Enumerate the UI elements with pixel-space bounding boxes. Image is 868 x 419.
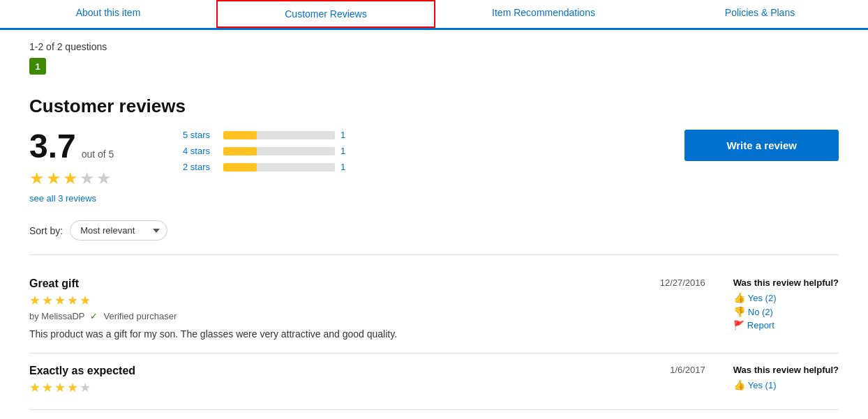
yes-label-2: Yes (1) bbox=[748, 380, 777, 390]
r2-star-1: ★ bbox=[29, 380, 40, 395]
helpful-no-1[interactable]: 👎 No (2) bbox=[733, 306, 839, 317]
r2-star-2: ★ bbox=[42, 380, 53, 395]
divider bbox=[29, 254, 839, 255]
review-text-1: This product was a gift for my son. The … bbox=[29, 327, 632, 342]
reviews-section: Customer reviews 3.7 out of 5 ★ ★ ★ ★ ★ … bbox=[29, 96, 839, 410]
bar-track-2 bbox=[223, 163, 335, 172]
star-4: ★ bbox=[80, 169, 95, 188]
thumbup-icon-1: 👍 bbox=[733, 292, 745, 303]
report-label-1: Report bbox=[747, 320, 775, 330]
star-3: ★ bbox=[63, 169, 78, 188]
bar-fill-5 bbox=[223, 131, 257, 139]
star-bar-label-5[interactable]: 5 stars bbox=[183, 130, 218, 140]
review-date-1: 12/27/2016 bbox=[660, 277, 705, 342]
flag-icon-1: 🚩 bbox=[733, 320, 744, 330]
star-5: ★ bbox=[96, 169, 112, 188]
review-author-1: by MelissaDP bbox=[29, 311, 84, 321]
star-2: ★ bbox=[46, 169, 61, 188]
thumbup-icon-2: 👍 bbox=[733, 379, 745, 390]
r1-star-5: ★ bbox=[80, 293, 91, 308]
r1-star-2: ★ bbox=[42, 293, 53, 308]
review-item-2: Exactly as expected ★ ★ ★ ★ ★ 1/6/2017 W… bbox=[29, 353, 839, 410]
nav-policies[interactable]: Policies & Plans bbox=[652, 0, 868, 28]
reviews-title: Customer reviews bbox=[29, 96, 839, 117]
report-row-1[interactable]: 🚩 Report bbox=[733, 320, 839, 330]
page-badge: 1 bbox=[29, 58, 46, 75]
bar-track-4 bbox=[223, 147, 335, 155]
bar-fill-4 bbox=[223, 147, 257, 155]
star-1: ★ bbox=[29, 169, 45, 188]
write-review-button[interactable]: Write a review bbox=[684, 130, 839, 161]
review-stars-1: ★ ★ ★ ★ ★ bbox=[29, 293, 632, 308]
bar-fill-2 bbox=[223, 163, 257, 172]
sort-select[interactable]: Most relevant Most recent Highest rated … bbox=[70, 220, 167, 241]
nav-reviews[interactable]: Customer Reviews bbox=[216, 0, 435, 28]
star-bar-row-2: 2 stars 1 bbox=[183, 162, 364, 172]
star-bars: 5 stars 1 4 stars 1 2 stars bbox=[183, 130, 364, 178]
star-bar-label-2[interactable]: 2 stars bbox=[183, 162, 218, 172]
reviews-summary: 3.7 out of 5 ★ ★ ★ ★ ★ see all 3 reviews… bbox=[29, 130, 839, 204]
thumbdown-icon-1: 👎 bbox=[733, 306, 745, 317]
star-bar-label-4[interactable]: 4 stars bbox=[183, 146, 218, 156]
overall-stars: ★ ★ ★ ★ ★ bbox=[29, 169, 155, 188]
no-label-1: No (2) bbox=[748, 307, 773, 317]
review-title-1: Great gift bbox=[29, 277, 632, 290]
review-title-2: Exactly as expected bbox=[29, 365, 642, 377]
questions-count: 1-2 of 2 questions bbox=[29, 41, 839, 52]
r2-star-3: ★ bbox=[54, 380, 66, 395]
write-review-area: Write a review bbox=[684, 130, 839, 161]
sort-row: Sort by: Most relevant Most recent Highe… bbox=[29, 220, 839, 241]
r1-star-3: ★ bbox=[54, 293, 66, 308]
helpful-title-2: Was this review helpful? bbox=[733, 365, 839, 375]
review-date-2: 1/6/2017 bbox=[670, 365, 705, 398]
review-stars-2: ★ ★ ★ ★ ★ bbox=[29, 380, 642, 395]
r2-star-5: ★ bbox=[80, 380, 91, 395]
bar-count-4: 1 bbox=[341, 146, 345, 156]
nav-recommendations[interactable]: Item Recommendations bbox=[435, 0, 652, 28]
r2-star-4: ★ bbox=[67, 380, 78, 395]
review-author-row-1: by MelissaDP ✓ Verified purchaser bbox=[29, 311, 632, 321]
star-bar-row-4: 4 stars 1 bbox=[183, 146, 364, 156]
review-helpful-2: Was this review helpful? 👍 Yes (1) bbox=[733, 365, 839, 398]
bar-count-2: 1 bbox=[341, 162, 345, 172]
overall-score: 3.7 out of 5 bbox=[29, 130, 155, 163]
sort-label: Sort by: bbox=[29, 225, 63, 236]
review-helpful-1: Was this review helpful? 👍 Yes (2) 👎 No … bbox=[733, 277, 839, 342]
nav-about[interactable]: About this item bbox=[0, 0, 216, 28]
review-item: Great gift ★ ★ ★ ★ ★ by MelissaDP ✓ Veri… bbox=[29, 266, 839, 353]
bar-count-5: 1 bbox=[341, 130, 345, 140]
bar-track-5 bbox=[223, 131, 335, 139]
helpful-yes-1[interactable]: 👍 Yes (2) bbox=[733, 292, 839, 303]
verified-check-1: ✓ bbox=[90, 311, 98, 321]
yes-label-1: Yes (2) bbox=[748, 293, 777, 303]
r1-star-1: ★ bbox=[29, 293, 40, 308]
r1-star-4: ★ bbox=[67, 293, 78, 308]
review-main-2: Exactly as expected ★ ★ ★ ★ ★ bbox=[29, 365, 642, 398]
see-all-reviews-link[interactable]: see all 3 reviews bbox=[29, 193, 96, 204]
verified-label-1: Verified purchaser bbox=[103, 311, 177, 321]
helpful-title-1: Was this review helpful? bbox=[733, 277, 839, 288]
top-navigation: About this item Customer Reviews Item Re… bbox=[0, 0, 868, 30]
helpful-yes-2[interactable]: 👍 Yes (1) bbox=[733, 379, 839, 390]
star-bar-row-5: 5 stars 1 bbox=[183, 130, 364, 140]
review-main-1: Great gift ★ ★ ★ ★ ★ by MelissaDP ✓ Veri… bbox=[29, 277, 632, 342]
rating-overall: 3.7 out of 5 ★ ★ ★ ★ ★ see all 3 reviews bbox=[29, 130, 155, 204]
